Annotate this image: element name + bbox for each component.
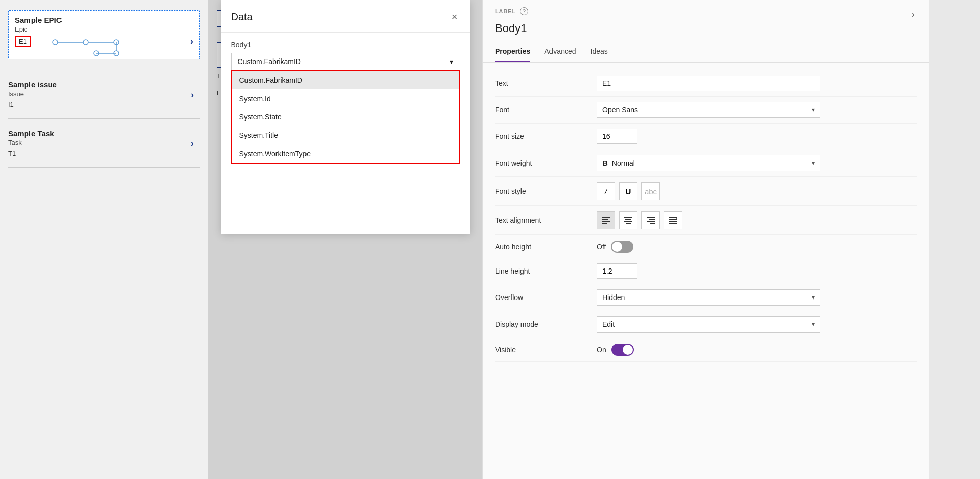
text-alignment-prop-row: Text alignment	[495, 206, 917, 235]
tab-ideas[interactable]: Ideas	[591, 42, 608, 62]
font-size-value	[597, 129, 917, 144]
task-title: Sample Task	[8, 129, 200, 138]
italic-button[interactable]: /	[597, 182, 615, 200]
tab-properties[interactable]: Properties	[495, 42, 530, 62]
data-section-label: Body1	[231, 41, 460, 49]
font-size-prop-row: Font size	[495, 124, 917, 149]
text-prop-value: E1	[597, 76, 917, 91]
overflow-value: Hidden ▾	[597, 289, 917, 306]
task-type: Task	[8, 139, 200, 146]
text-input[interactable]: E1	[597, 76, 820, 91]
font-style-label: Font style	[495, 187, 597, 195]
auto-height-knob	[612, 242, 622, 252]
divider-3	[8, 167, 200, 168]
visible-toggle-row: On	[597, 344, 634, 356]
align-right-button[interactable]	[641, 211, 660, 229]
epic-card[interactable]: Sample EPIC Epic E1 ›	[8, 10, 200, 59]
svg-point-2	[83, 40, 88, 45]
issue-card[interactable]: Sample issue Issue I1 ›	[8, 76, 200, 112]
display-mode-chevron-icon: ▾	[812, 321, 815, 328]
strikethrough-button[interactable]: abc	[641, 182, 660, 200]
issue-type: Issue	[8, 90, 200, 98]
issue-title: Sample issue	[8, 80, 200, 89]
epic-arrow[interactable]: ›	[190, 36, 193, 47]
dropdown-item-3[interactable]: System.Title	[232, 126, 459, 144]
svg-rect-21	[669, 219, 677, 220]
label-text: LABEL	[495, 8, 516, 14]
middle-panel: Sample EPIC This fo E1 Data × Body1 Cust…	[208, 0, 483, 479]
align-justify-button[interactable]	[664, 211, 682, 229]
font-weight-value: B Normal ▾	[597, 155, 917, 171]
auto-height-toggle[interactable]	[611, 241, 633, 253]
line-height-prop-row: Line height	[495, 258, 917, 284]
auto-height-toggle-row: Off	[597, 241, 633, 253]
tab-advanced[interactable]: Advanced	[544, 42, 576, 62]
overflow-select[interactable]: Hidden ▾	[597, 289, 820, 306]
font-style-buttons: / U abc	[597, 182, 917, 200]
visible-prop-row: Visible On	[495, 338, 917, 362]
task-card[interactable]: Sample Task Task T1 ›	[8, 125, 200, 161]
dropdown-item-4[interactable]: System.WorkItemType	[232, 144, 459, 163]
right-panel-header: LABEL ? ›	[483, 0, 929, 22]
data-panel: Data × Body1 Custom.FabrikamID ▾ Custom.…	[221, 0, 470, 234]
visible-toggle-area: On	[597, 344, 917, 356]
display-mode-prop-row: Display mode Edit ▾	[495, 311, 917, 338]
svg-rect-20	[669, 217, 677, 218]
data-panel-header: Data ×	[221, 0, 470, 33]
help-icon[interactable]: ?	[520, 7, 528, 15]
dropdown-chevron-icon: ▾	[450, 57, 453, 66]
font-weight-prop-row: Font weight B Normal ▾	[495, 149, 917, 177]
text-prop-label: Text	[495, 79, 597, 87]
divider-2	[8, 118, 200, 119]
divider-1	[8, 70, 200, 70]
issue-arrow[interactable]: ›	[191, 89, 194, 100]
overflow-chevron-icon: ▾	[812, 294, 815, 301]
underline-button[interactable]: U	[619, 182, 637, 200]
svg-rect-8	[602, 217, 610, 218]
font-style-prop-row: Font style / U abc	[495, 177, 917, 206]
data-panel-body: Body1 Custom.FabrikamID ▾ Custom.Fabrika…	[221, 33, 470, 172]
display-mode-value: Edit ▾	[597, 316, 917, 333]
dropdown-selected-value: Custom.FabrikamID	[238, 57, 301, 66]
svg-rect-9	[602, 219, 608, 220]
dropdown-item-0[interactable]: Custom.FabrikamID	[232, 71, 459, 89]
font-weight-select[interactable]: B Normal ▾	[597, 155, 820, 171]
align-left-icon	[602, 217, 610, 224]
epic-type: Epic	[15, 25, 193, 33]
svg-rect-10	[602, 221, 610, 222]
dropdown-item-1[interactable]: System.Id	[232, 89, 459, 108]
svg-rect-22	[669, 221, 677, 222]
svg-point-1	[53, 40, 58, 45]
svg-rect-18	[647, 221, 655, 222]
line-height-input[interactable]	[597, 263, 637, 279]
auto-height-toggle-area: Off	[597, 241, 917, 253]
data-panel-close-button[interactable]: ×	[450, 9, 460, 25]
svg-rect-11	[602, 223, 607, 224]
line-height-value	[597, 263, 917, 279]
font-weight-text: Normal	[612, 159, 635, 167]
data-modal-overlay: Data × Body1 Custom.FabrikamID ▾ Custom.…	[208, 0, 482, 479]
data-dropdown-trigger[interactable]: Custom.FabrikamID ▾	[231, 53, 460, 70]
dropdown-item-2[interactable]: System.State	[232, 108, 459, 126]
task-arrow[interactable]: ›	[191, 138, 194, 148]
right-panel: LABEL ? › Body1 Properties Advanced Idea…	[483, 0, 929, 479]
visible-toggle[interactable]	[611, 344, 634, 356]
bold-icon: B	[602, 159, 608, 167]
align-right-icon	[647, 217, 655, 224]
overflow-label: Overflow	[495, 293, 597, 302]
align-left-button[interactable]	[597, 211, 615, 229]
display-mode-select[interactable]: Edit ▾	[597, 316, 820, 333]
font-size-input[interactable]	[597, 129, 637, 144]
epic-id-box: E1	[15, 36, 31, 47]
epic-title: Sample EPIC	[15, 16, 193, 24]
display-mode-label: Display mode	[495, 320, 597, 328]
overflow-prop-row: Overflow Hidden ▾	[495, 284, 917, 311]
svg-rect-13	[625, 219, 631, 220]
svg-rect-23	[669, 223, 677, 224]
align-center-button[interactable]	[619, 211, 637, 229]
font-select[interactable]: Open Sans ▾	[597, 102, 820, 118]
auto-height-label: Auto height	[495, 243, 597, 251]
panel-section-title: Body1	[483, 22, 929, 35]
font-prop-row: Font Open Sans ▾	[495, 97, 917, 124]
expand-button[interactable]: ›	[910, 7, 917, 22]
